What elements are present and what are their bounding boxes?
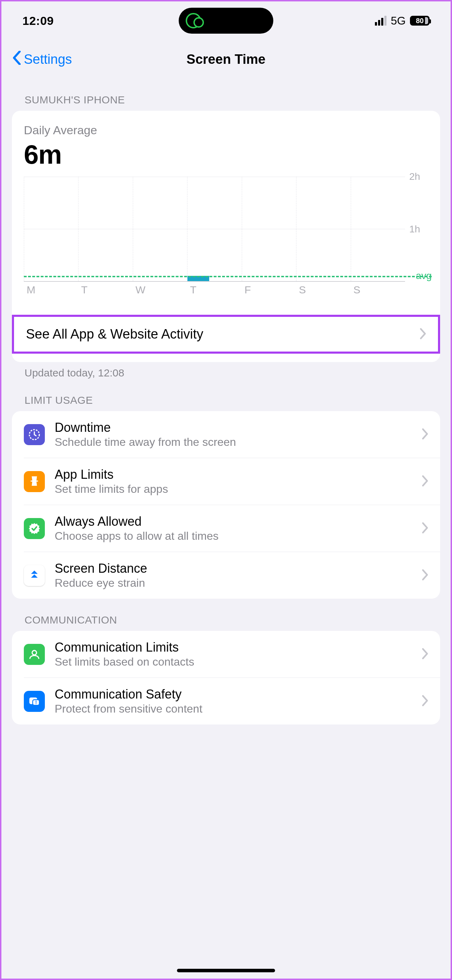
- section-header-limit: LIMIT USAGE: [2, 379, 450, 411]
- screen-distance-icon: [24, 565, 45, 586]
- always-allowed-icon: [24, 518, 45, 539]
- comm-safety-sub: Protect from sensitive content: [55, 702, 422, 715]
- downtime-icon: [24, 424, 45, 445]
- downtime-sub: Schedule time away from the screen: [55, 436, 422, 449]
- comm-limits-icon: [24, 644, 45, 665]
- comm-safety-title: Communication Safety: [55, 687, 422, 702]
- always-allowed-title: Always Allowed: [55, 514, 422, 529]
- svg-text:!: !: [35, 699, 37, 705]
- chart-y-tick: 1h: [409, 224, 420, 235]
- daily-average-value: 6m: [24, 139, 428, 170]
- daily-average-label: Daily Average: [24, 123, 428, 137]
- comm-limits-sub: Set limits based on contacts: [55, 655, 422, 668]
- page-title: Screen Time: [186, 52, 265, 67]
- see-all-activity-label: See All App & Website Activity: [26, 327, 203, 342]
- network-type: 5G: [391, 14, 406, 27]
- cellular-signal-icon: [375, 16, 387, 25]
- back-label: Settings: [24, 52, 72, 67]
- screen-distance-title: Screen Distance: [55, 561, 422, 576]
- comm-safety-icon: !: [24, 691, 45, 712]
- navigation-bar: Settings Screen Time: [2, 40, 450, 78]
- chevron-right-icon: [422, 428, 428, 441]
- chart-x-tick: F: [242, 284, 296, 296]
- downtime-title: Downtime: [55, 420, 422, 435]
- chevron-right-icon: [422, 648, 428, 661]
- back-button[interactable]: Settings: [12, 51, 72, 68]
- status-time: 12:09: [22, 14, 54, 28]
- chart-x-tick: T: [78, 284, 132, 296]
- communication-list: Communication Limits Set limits based on…: [12, 631, 440, 724]
- chart-x-tick: T: [187, 284, 242, 296]
- always-allowed-sub: Choose apps to allow at all times: [55, 530, 422, 542]
- usage-chart: avg 2h1h MTWTFSS: [12, 170, 440, 299]
- app-limits-sub: Set time limits for apps: [55, 483, 422, 496]
- always-allowed-row[interactable]: Always Allowed Choose apps to allow at a…: [24, 505, 440, 552]
- screen-distance-row[interactable]: Screen Distance Reduce eye strain: [24, 552, 440, 599]
- comm-limits-row[interactable]: Communication Limits Set limits based on…: [12, 631, 440, 678]
- comm-safety-row[interactable]: ! Communication Safety Protect from sens…: [24, 678, 440, 724]
- chart-x-tick: W: [133, 284, 187, 296]
- status-bar: 12:09 5G 80: [2, 2, 450, 40]
- app-limits-title: App Limits: [55, 467, 422, 482]
- chevron-right-icon: [422, 695, 428, 708]
- chart-x-tick: S: [351, 284, 405, 296]
- downtime-row[interactable]: Downtime Schedule time away from the scr…: [12, 411, 440, 458]
- usage-summary-card: Daily Average 6m avg 2h1h MTWTFSS See Al…: [12, 111, 440, 362]
- chart-x-tick: M: [24, 284, 78, 296]
- battery-level: 80: [411, 17, 429, 25]
- battery-icon: 80: [410, 16, 430, 25]
- status-right: 5G 80: [375, 14, 430, 27]
- chart-y-tick: 2h: [409, 171, 420, 182]
- svg-point-1: [32, 650, 37, 655]
- chevron-right-icon: [422, 475, 428, 488]
- section-header-communication: COMMUNICATION: [2, 599, 450, 631]
- sharing-icon: [186, 13, 201, 29]
- app-limits-row[interactable]: App Limits Set time limits for apps: [24, 458, 440, 505]
- section-header-device: SUMUKH'S IPHONE: [2, 78, 450, 111]
- home-indicator[interactable]: [177, 969, 275, 972]
- see-all-activity-row[interactable]: See All App & Website Activity: [12, 315, 440, 354]
- app-limits-icon: [24, 471, 45, 492]
- chart-x-tick: S: [296, 284, 350, 296]
- updated-timestamp: Updated today, 12:08: [2, 362, 450, 379]
- limit-usage-list: Downtime Schedule time away from the scr…: [12, 411, 440, 599]
- chevron-right-icon: [422, 522, 428, 535]
- chevron-right-icon: [420, 328, 426, 341]
- comm-limits-title: Communication Limits: [55, 640, 422, 655]
- dynamic-island[interactable]: [179, 8, 273, 33]
- chevron-right-icon: [422, 569, 428, 582]
- screen-distance-sub: Reduce eye strain: [55, 577, 422, 590]
- chevron-left-icon: [12, 51, 22, 68]
